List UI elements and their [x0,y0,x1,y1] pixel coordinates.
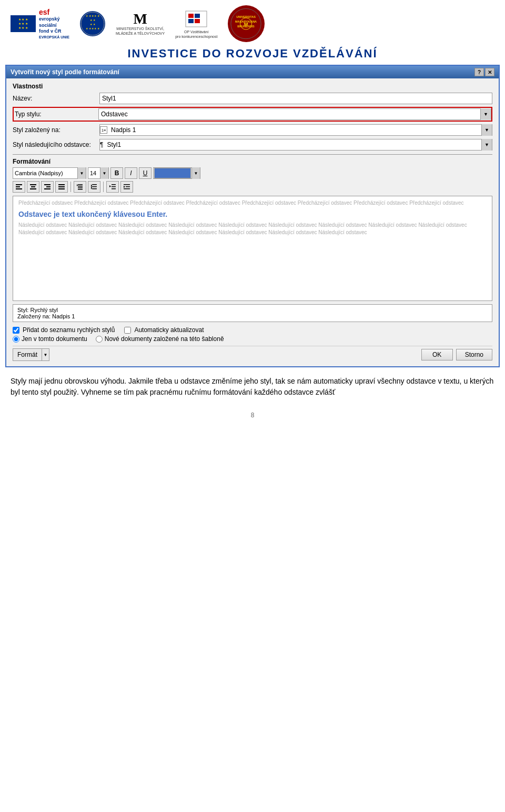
indent-decrease-button[interactable] [106,181,119,193]
nasledujici-select[interactable]: ¶ Styl1 ▼ [99,139,492,151]
radio-nove-input[interactable] [96,336,103,343]
svg-rect-35 [78,189,83,190]
svg-rect-30 [58,186,65,187]
preview-area: Předcházející odstavec Předcházející ods… [13,196,492,301]
color-select[interactable]: ▼ [153,167,200,179]
svg-rect-13 [195,19,200,23]
svg-rect-11 [195,14,200,18]
nazev-input[interactable] [99,93,492,104]
nazev-label: Název: [13,95,99,102]
justify-button[interactable] [55,181,68,193]
svg-rect-47 [126,186,130,187]
section-vlastnosti: Vlastnosti [13,83,492,90]
color-dropdown-arrow[interactable]: ▼ [191,167,200,179]
radio-jen-input[interactable] [13,336,19,343]
svg-text:★ ★ ★ ★ ★: ★ ★ ★ ★ ★ [86,27,100,30]
align-center-icon [29,183,37,191]
divider-1 [13,154,492,155]
dialog-window: Vytvořit nový styl podle formátování ? ✕… [5,65,500,367]
logos-row: ★ ★ ★ ★ ★ ★ ★ ★ ★ esf evropský sociální … [11,5,494,42]
svg-rect-37 [92,184,97,185]
svg-text:★ ★ ★ ★ ★: ★ ★ ★ ★ ★ [86,14,100,17]
section-formatovani: Formátování [13,158,492,165]
typ-select[interactable]: Odstavec ▼ [98,108,491,120]
svg-text:★ ★ ★: ★ ★ ★ [18,26,28,29]
op-icon [183,8,209,29]
storno-button[interactable]: Storno [456,349,492,360]
svg-marker-41 [91,186,92,189]
typ-label: Typ stylu: [14,108,98,121]
svg-rect-25 [30,188,36,189]
font-dropdown-arrow[interactable]: ▼ [77,167,86,179]
nadpis-icon: 1≡ [100,126,107,134]
footer-right: OK Storno [421,349,492,360]
format-toolbar: Cambria (Nadpisy) ▼ 14 ▼ B I U ▼ [13,167,492,179]
line-spacing-1-icon [76,183,84,191]
eu-flag-icon: ★ ★ ★ ★ ★ ★ ★ ★ ★ ★ ★ ★ ★ ★ [80,11,105,36]
svg-text:M: M [244,21,248,26]
color-swatch [154,168,191,178]
size-select[interactable]: 14 ▼ [88,167,109,179]
indent-increase-button[interactable] [120,181,133,193]
justify-icon [58,183,65,191]
bold-button[interactable]: B [110,167,123,179]
radio-jen-label: Jen v tomto dokumentu [22,335,87,343]
format-dropdown-arrow[interactable]: ▼ [42,349,49,360]
svg-text:★ ★ ★: ★ ★ ★ [18,22,28,25]
dialog-footer: Formát ▼ OK Storno [13,346,492,362]
dialog-body: Vlastnosti Název: Typ stylu: Odstavec ▼ … [6,78,499,366]
svg-rect-12 [188,19,194,23]
format-dropdown-btn[interactable]: Formát ▼ [13,348,49,361]
op-logo: OP Vzdělávání pro konkurenceschopnost [175,8,217,39]
svg-rect-23 [30,184,36,185]
svg-marker-36 [77,184,78,186]
svg-rect-34 [78,187,83,188]
esf-text: esf evropský sociální fond v ČR EVROPSKÁ… [39,8,69,39]
dialog-title: Vytvořit nový styl podle formátování [11,68,119,76]
zalozeny-select[interactable]: 1≡ Nadpis 1 ▼ [99,124,492,136]
line-spacing-1-button[interactable] [74,181,86,193]
align-left-icon [15,183,23,191]
svg-text:★ ★ ★: ★ ★ ★ [18,18,28,21]
svg-rect-42 [112,184,116,185]
align-left-button[interactable] [13,181,25,193]
dialog-titlebar: Vytvořit nový styl podle formátování ? ✕ [6,66,499,78]
svg-rect-29 [58,184,65,185]
line-spacing-2-button[interactable] [88,181,100,193]
toolbar-sep-1 [70,182,71,192]
align-right-icon [44,183,51,191]
svg-rect-10 [188,14,194,18]
masaryk-icon: UNIVERSITAS MASARYKIANA BRUNENSIS M [230,7,262,41]
svg-rect-38 [92,186,97,187]
svg-rect-31 [58,188,65,189]
help-button[interactable]: ? [474,68,484,76]
svg-rect-28 [44,188,50,189]
esf-flag-icon: ★ ★ ★ ★ ★ ★ ★ ★ ★ [11,15,36,32]
font-select[interactable]: Cambria (Nadpisy) ▼ [13,167,86,179]
italic-button[interactable]: I [125,167,137,179]
align-center-button[interactable] [27,181,39,193]
svg-rect-39 [92,188,97,189]
investice-banner: INVESTICE DO ROZVOJE VZDĚLÁVÁNÍ [0,45,505,65]
toolbar-sep-2 [103,182,104,192]
zalozeny-dropdown-arrow[interactable]: ▼ [481,124,492,136]
nasledujici-label: Styl následujícího odstavce: [13,141,99,148]
close-button[interactable]: ✕ [485,68,494,76]
nasledujici-row: Styl následujícího odstavce: ¶ Styl1 ▼ [13,138,492,151]
auto-checkbox[interactable] [124,327,131,334]
svg-rect-44 [112,188,116,189]
size-dropdown-arrow[interactable]: ▼ [100,167,108,179]
zalozeny-label: Styl založený na: [13,126,99,134]
pridat-checkbox[interactable] [13,327,19,334]
ok-button[interactable]: OK [421,349,453,360]
svg-rect-46 [124,184,130,185]
preview-next-text: Následující odstavec Následující odstave… [18,222,487,236]
nasledujici-dropdown-arrow[interactable]: ▼ [481,139,492,151]
typ-dropdown-arrow[interactable]: ▼ [480,108,491,120]
style-info-line1: Styl: Rychlý styl [17,307,488,313]
style-info-box: Styl: Rychlý styl Založený na: Nadpis 1 [13,304,492,322]
svg-rect-32 [78,184,83,185]
align-right-button[interactable] [41,181,54,193]
svg-rect-48 [124,188,130,189]
underline-button[interactable]: U [139,167,152,179]
